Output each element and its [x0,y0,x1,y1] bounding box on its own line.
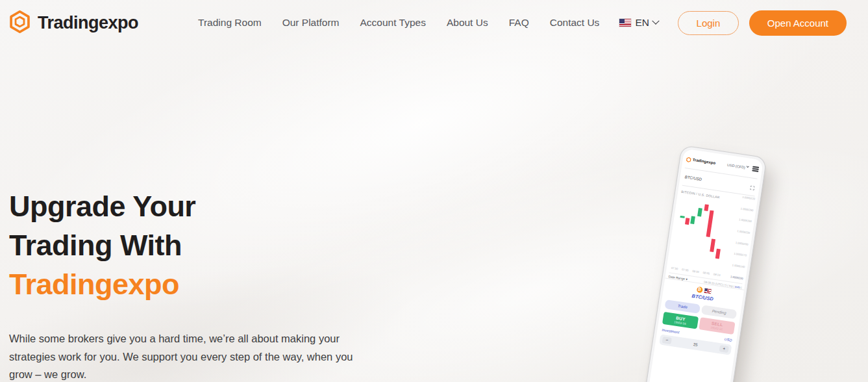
y-tick: 1.0009140 [732,264,745,269]
tab-pending[interactable]: Pending [701,305,737,319]
chart-plot-area [672,197,734,270]
x-tick: 07:55 [682,268,689,272]
bitcoin-icon: ₿ [696,286,702,293]
nav-account-types[interactable]: Account Types [360,17,426,29]
symbol-search-value: BTC/USD [684,175,702,181]
hero-title: Upgrade Your Trading With Tradingexpo [9,187,373,304]
y-tick: 1.0009320 [742,196,755,201]
app-logo-hexagon-icon [686,153,693,165]
y-tick: 1.0009170 [734,253,747,257]
y-tick: 1.0009260 [739,219,752,223]
us-flag-icon [619,19,631,27]
hero-title-line2: Trading With [9,226,373,265]
nav-contact-us[interactable]: Contact Us [550,17,600,29]
nav-about-us[interactable]: About Us [447,17,488,29]
buy-button[interactable]: BUY 19502.56 [662,312,699,329]
us-flag-icon [704,288,711,294]
logo-text: Tradingexpo [38,13,138,33]
chevron-down-icon [652,18,659,25]
app-logo-text: Tradingexpo [692,158,715,165]
hero-title-line1: Upgrade Your [9,187,373,226]
logo[interactable]: Tradingexpo [8,10,138,36]
candle-down [685,218,690,225]
investment-currency: USD [724,337,732,342]
nav-our-platform[interactable]: Our Platform [282,17,340,29]
phone-mockup: Tradingexpo USD (CFD) BTC/USD BITCOIN / … [641,145,767,382]
y-tick: 1.0009290 [740,207,753,212]
expand-icon[interactable] [749,181,756,193]
sell-button[interactable]: SELL 19502.51 [699,317,735,335]
x-tick: 08:10 [713,272,721,276]
language-code: EN [635,17,649,29]
y-tick: 1.0009230 [737,230,750,235]
candle-up [697,208,702,217]
currency-selector[interactable]: USD (CFD) [727,163,749,170]
tab-trade[interactable]: Trade [664,299,700,314]
candle-up [680,216,685,218]
candle-down [710,238,715,252]
login-button[interactable]: Login [678,11,739,35]
hero-section: Upgrade Your Trading With Tradingexpo Wh… [9,187,373,382]
app-logo: Tradingexpo [686,153,717,169]
x-tick: 07:50 [671,266,678,270]
candle-down [706,210,713,237]
nav-trading-room[interactable]: Trading Room [198,17,262,29]
y-tick: 1.0009200 [736,242,749,246]
site-header: Tradingexpo Trading Room Our Platform Ac… [0,0,868,45]
stepper-plus-button[interactable]: + [719,345,729,353]
open-account-button[interactable]: Open Account [749,10,847,36]
phone-screen: Tradingexpo USD (CFD) BTC/USD BITCOIN / … [645,149,763,382]
nav-faq[interactable]: FAQ [509,17,529,29]
language-selector[interactable]: EN [619,17,658,29]
chevron-down-icon [747,164,749,167]
menu-icon[interactable] [752,166,759,172]
chart-y-axis: 1.00093201.00092901.00092601.00092301.00… [730,196,755,281]
candle-down [704,204,709,211]
x-tick: 08:00 [692,270,699,274]
candlestick-chart: BITCOIN / U.S. DOLLAR 1.00093201.0009290… [668,187,755,289]
hero-paragraph: While some brokers give you a hard time,… [9,330,356,382]
candle-up [690,216,695,224]
stepper-minus-button[interactable]: − [662,337,672,344]
candle-down [715,249,721,259]
stepper-value: 25 [671,339,720,350]
investment-label: Investment [662,328,679,335]
x-tick: 08:05 [702,271,710,275]
main-nav: Trading Room Our Platform Account Types … [198,17,599,29]
hero-title-brand: Tradingexpo [9,265,373,304]
currency-selector-value: USD (CFD) [727,163,746,170]
logo-hexagon-icon [8,10,32,36]
